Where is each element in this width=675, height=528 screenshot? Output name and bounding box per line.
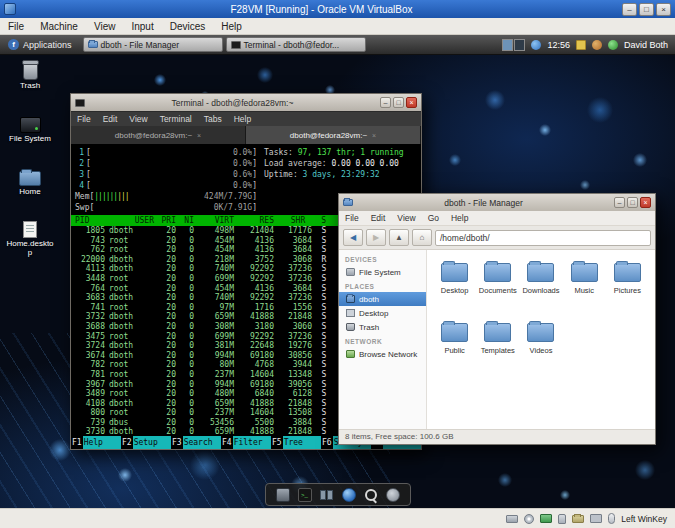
htop-function-key[interactable]: F4Filter [221, 436, 271, 449]
dock-workspaces-icon[interactable] [320, 488, 334, 502]
dock-search-icon[interactable] [364, 488, 378, 502]
vbox-maximize-button[interactable]: □ [639, 3, 654, 16]
htop-cpu-meter: 4[0.0%] [75, 180, 257, 191]
htop-column-header[interactable]: VIRT [199, 215, 239, 226]
home-button[interactable]: ⌂ [412, 229, 432, 246]
optical-disc-status-icon[interactable] [524, 514, 534, 524]
htop-function-key[interactable]: F3Search [171, 436, 221, 449]
sidebar-item-dboth[interactable]: dboth [339, 292, 426, 306]
network-tray-icon[interactable] [531, 40, 541, 50]
file-manager-sidebar: DEVICES File System PLACES dboth Desktop… [339, 250, 427, 429]
file-icon [23, 221, 37, 238]
terminal-menu-item[interactable]: Tabs [198, 114, 228, 124]
folder-item[interactable]: Public [433, 320, 476, 376]
folder-item[interactable]: Pictures [606, 260, 649, 316]
folder-icon [614, 263, 641, 282]
vbox-menu-item[interactable]: Help [213, 18, 250, 34]
folder-item[interactable]: Documents [476, 260, 519, 316]
vbox-minimize-button[interactable]: – [622, 3, 637, 16]
folder-item[interactable]: Desktop [433, 260, 476, 316]
workspace-switcher[interactable] [502, 39, 525, 51]
sidebar-item-desktop[interactable]: Desktop [339, 306, 426, 320]
user-menu[interactable]: David Both [624, 40, 668, 50]
sidebar-item-browse-network[interactable]: Browse Network [339, 347, 426, 361]
shared-folders-status-icon[interactable] [572, 515, 584, 523]
fm-maximize-button[interactable]: □ [627, 197, 638, 208]
desktop-icon-trash[interactable]: Trash [6, 62, 54, 91]
htop-function-key[interactable]: F1Help [71, 436, 121, 449]
terminal-menu-item[interactable]: Edit [97, 114, 124, 124]
terminal-menu-item[interactable]: File [71, 114, 97, 124]
desktop-icon-home-desktop-file[interactable]: Home.desktop [6, 220, 54, 258]
terminal-menu-item[interactable]: View [123, 114, 153, 124]
fm-menu-item[interactable]: Go [422, 213, 445, 223]
terminal-tab-2[interactable]: dboth@fedora28vm:~ × [246, 126, 421, 144]
sidebar-item-file-system[interactable]: File System [339, 265, 426, 279]
display-status-icon[interactable] [590, 514, 602, 523]
file-manager-statusbar: 8 items, Free space: 100.6 GB [339, 429, 655, 444]
folder-item[interactable]: Videos [519, 320, 562, 376]
file-manager-titlebar[interactable]: dboth - File Manager – □ × [339, 194, 655, 211]
dock-settings-icon[interactable] [386, 488, 400, 502]
htop-function-key[interactable]: F5Tree [271, 436, 321, 449]
usb-status-icon[interactable] [558, 514, 566, 524]
vbox-menu-item[interactable]: File [0, 18, 32, 34]
location-bar[interactable]: /home/dboth/ [435, 230, 651, 246]
folder-item[interactable]: Templates [476, 320, 519, 376]
htop-column-header[interactable]: SHR [279, 215, 317, 226]
applications-menu-button[interactable]: Applications [0, 35, 80, 54]
htop-column-header[interactable]: PRI [159, 215, 181, 226]
dock-terminal-icon[interactable]: >_ [298, 488, 312, 502]
tab-close-icon[interactable]: × [372, 132, 376, 139]
volume-tray-icon[interactable] [592, 40, 602, 50]
fm-menu-item[interactable]: View [391, 213, 421, 223]
terminal-menu-item[interactable]: Terminal [154, 114, 198, 124]
dock-files-icon[interactable] [276, 488, 290, 502]
mouse-integration-status-icon[interactable] [608, 513, 615, 524]
applications-label: Applications [23, 40, 72, 50]
notes-tray-icon[interactable] [576, 40, 586, 50]
htop-column-header[interactable]: S [317, 215, 331, 226]
htop-column-header[interactable]: PID [75, 215, 109, 226]
htop-column-header[interactable]: NI [181, 215, 199, 226]
workspace-2[interactable] [514, 39, 525, 51]
htop-column-header[interactable]: RES [239, 215, 279, 226]
terminal-close-button[interactable]: × [406, 97, 417, 108]
folder-item[interactable]: Music [563, 260, 606, 316]
desktop-icon-home[interactable]: Home [6, 168, 54, 197]
up-button[interactable]: ▲ [389, 229, 409, 246]
folder-icon [441, 323, 468, 342]
vbox-menu-item[interactable]: View [86, 18, 124, 34]
terminal-tab-1[interactable]: dboth@fedora28vm:~ × [71, 126, 246, 144]
fm-close-button[interactable]: × [640, 197, 651, 208]
network-status-icon[interactable] [540, 514, 552, 523]
fm-minimize-button[interactable]: – [614, 197, 625, 208]
terminal-minimize-button[interactable]: – [380, 97, 391, 108]
fm-menu-item[interactable]: File [339, 213, 365, 223]
vbox-menu-item[interactable]: Devices [162, 18, 214, 34]
workspace-1[interactable] [502, 39, 513, 51]
taskbar-button-terminal[interactable]: Terminal - dboth@fedor... [226, 37, 366, 52]
folder-item[interactable]: Downloads [519, 260, 562, 316]
tab-close-icon[interactable]: × [197, 132, 201, 139]
fm-menu-item[interactable]: Edit [365, 213, 392, 223]
dock-browser-globe-icon[interactable] [342, 488, 356, 502]
virtualbox-titlebar[interactable]: F28VM [Running] - Oracle VM VirtualBox –… [0, 0, 675, 18]
terminal-maximize-button[interactable]: □ [393, 97, 404, 108]
desktop-icon-file-system[interactable]: File System [6, 115, 54, 144]
harddisk-status-icon[interactable] [506, 515, 518, 523]
htop-column-header[interactable]: USER [109, 215, 159, 226]
fm-menu-item[interactable]: Help [445, 213, 474, 223]
vbox-menu-item[interactable]: Machine [32, 18, 86, 34]
terminal-menu-item[interactable]: Help [228, 114, 257, 124]
back-button[interactable]: ◀ [343, 229, 363, 246]
panel-clock[interactable]: 12:56 [547, 40, 570, 50]
terminal-titlebar[interactable]: Terminal - dboth@fedora28vm:~ – □ × [71, 94, 421, 111]
taskbar-button-file-manager[interactable]: dboth - File Manager [83, 37, 223, 52]
sidebar-item-trash[interactable]: Trash [339, 320, 426, 334]
vbox-menu-item[interactable]: Input [123, 18, 161, 34]
power-tray-icon[interactable] [608, 40, 618, 50]
forward-button[interactable]: ▶ [366, 229, 386, 246]
vbox-close-button[interactable]: × [656, 3, 671, 16]
htop-function-key[interactable]: F2Setup [121, 436, 171, 449]
